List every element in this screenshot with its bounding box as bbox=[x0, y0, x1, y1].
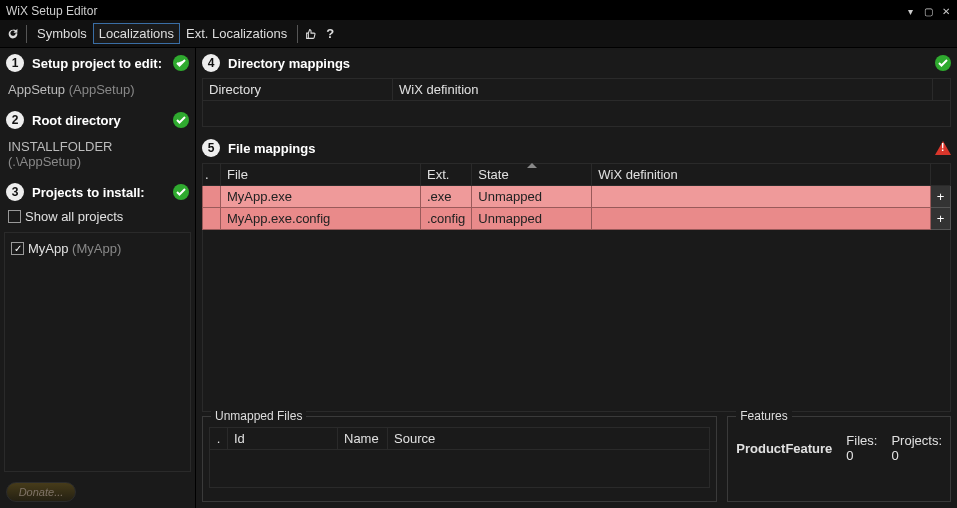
step4-title: Directory mappings bbox=[228, 56, 350, 71]
tab-localizations[interactable]: Localizations bbox=[93, 23, 180, 44]
file-col-state[interactable]: State bbox=[472, 164, 592, 186]
step1-status-ok-icon bbox=[173, 55, 189, 71]
step1-title: Setup project to edit: bbox=[32, 56, 162, 71]
show-all-checkbox[interactable] bbox=[8, 210, 21, 223]
bottom-panels: Unmapped Files . Id Name Source Features… bbox=[202, 416, 951, 502]
step5-title: File mappings bbox=[228, 141, 315, 156]
file-add-button[interactable]: + bbox=[931, 186, 951, 208]
step2-title: Root directory bbox=[32, 113, 121, 128]
feature-name: ProductFeature bbox=[736, 441, 832, 456]
project-list: MyApp (MyApp) bbox=[4, 232, 191, 472]
file-col-marker[interactable]: . bbox=[203, 164, 221, 186]
feature-projects: Projects: 0 bbox=[891, 433, 942, 463]
step1-number: 1 bbox=[6, 54, 24, 72]
step4-status-ok-icon bbox=[935, 55, 951, 71]
file-row[interactable]: MyApp.exe .exe Unmapped + bbox=[203, 186, 951, 208]
step3-number: 3 bbox=[6, 183, 24, 201]
unmapped-col-name[interactable]: Name bbox=[338, 428, 388, 450]
window-title: WiX Setup Editor bbox=[6, 4, 97, 18]
file-grid[interactable]: . File Ext. State WiX definition MyApp.e… bbox=[202, 163, 951, 230]
step2-number: 2 bbox=[6, 111, 24, 129]
file-col-ext[interactable]: Ext. bbox=[421, 164, 472, 186]
tab-symbols[interactable]: Symbols bbox=[31, 23, 93, 44]
directory-grid[interactable]: Directory WiX definition bbox=[202, 78, 951, 127]
unmapped-legend: Unmapped Files bbox=[211, 409, 306, 423]
unmapped-col-marker[interactable]: . bbox=[210, 428, 228, 450]
step3-header: 3 Projects to install: bbox=[0, 177, 195, 207]
setup-project-row[interactable]: AppSetup (AppSetup) bbox=[0, 78, 195, 105]
donate-button[interactable]: Donate... bbox=[6, 482, 76, 502]
step2-header: 2 Root directory bbox=[0, 105, 195, 135]
step4-number: 4 bbox=[202, 54, 220, 72]
step2-status-ok-icon bbox=[173, 112, 189, 128]
file-cell-file: MyApp.exe.config bbox=[221, 208, 421, 230]
file-col-action bbox=[931, 164, 951, 186]
thumbs-up-icon[interactable] bbox=[302, 25, 320, 43]
file-cell-file: MyApp.exe bbox=[221, 186, 421, 208]
window-menu-icon[interactable]: ▾ bbox=[903, 4, 917, 18]
dir-col-wix[interactable]: WiX definition bbox=[393, 79, 933, 101]
file-row-marker bbox=[203, 186, 221, 208]
root-dir-detail: (.\AppSetup) bbox=[8, 154, 81, 169]
dir-col-spacer bbox=[933, 79, 951, 101]
file-cell-wix bbox=[592, 208, 931, 230]
root-dir-row[interactable]: INSTALLFOLDER (.\AppSetup) bbox=[0, 135, 195, 177]
toolbar-separator bbox=[26, 25, 27, 43]
show-all-projects-row[interactable]: Show all projects bbox=[0, 207, 195, 228]
file-col-file[interactable]: File bbox=[221, 164, 421, 186]
directory-mappings-panel: Directory WiX definition bbox=[202, 78, 951, 127]
window-controls: ▾ ▢ ✕ bbox=[903, 4, 953, 18]
features-row[interactable]: ProductFeature Files: 0 Projects: 0 bbox=[734, 427, 944, 469]
unmapped-grid[interactable]: . Id Name Source bbox=[209, 427, 710, 488]
right-panel: 4 Directory mappings Directory WiX defin… bbox=[196, 48, 957, 508]
project-name: MyApp bbox=[28, 241, 68, 256]
title-bar: WiX Setup Editor ▾ ▢ ✕ bbox=[0, 0, 957, 20]
unmapped-files-group: Unmapped Files . Id Name Source bbox=[202, 416, 717, 502]
step4-header: 4 Directory mappings bbox=[196, 48, 957, 78]
step5-header: 5 File mappings bbox=[196, 133, 957, 163]
features-legend: Features bbox=[736, 409, 791, 423]
file-mappings-panel: . File Ext. State WiX definition MyApp.e… bbox=[202, 163, 951, 230]
tab-ext-localizations[interactable]: Ext. Localizations bbox=[180, 23, 293, 44]
project-item[interactable]: MyApp (MyApp) bbox=[11, 239, 184, 258]
step5-status-warning-icon bbox=[935, 140, 951, 156]
toolbar-separator bbox=[297, 25, 298, 43]
step3-title: Projects to install: bbox=[32, 185, 145, 200]
step1-header: 1 Setup project to edit: bbox=[0, 48, 195, 78]
project-checkbox[interactable] bbox=[11, 242, 24, 255]
file-add-button[interactable]: + bbox=[931, 208, 951, 230]
file-cell-ext: .exe bbox=[421, 186, 472, 208]
show-all-label: Show all projects bbox=[25, 209, 123, 224]
help-icon[interactable]: ? bbox=[320, 23, 340, 44]
file-row-marker bbox=[203, 208, 221, 230]
file-cell-state: Unmapped bbox=[472, 208, 592, 230]
root-dir-name: INSTALLFOLDER bbox=[8, 139, 113, 154]
file-cell-ext: .config bbox=[421, 208, 472, 230]
file-col-wix[interactable]: WiX definition bbox=[592, 164, 931, 186]
left-panel: 1 Setup project to edit: AppSetup (AppSe… bbox=[0, 48, 196, 508]
toolbar: Symbols Localizations Ext. Localizations… bbox=[0, 20, 957, 48]
step5-number: 5 bbox=[202, 139, 220, 157]
unmapped-col-source[interactable]: Source bbox=[388, 428, 710, 450]
file-grid-empty-area bbox=[202, 230, 951, 412]
unmapped-col-id[interactable]: Id bbox=[228, 428, 338, 450]
features-group: Features ProductFeature Files: 0 Project… bbox=[727, 416, 951, 502]
unmapped-empty-row bbox=[210, 450, 710, 488]
close-icon[interactable]: ✕ bbox=[939, 4, 953, 18]
dir-empty-row bbox=[203, 101, 951, 127]
setup-project-detail: (AppSetup) bbox=[69, 82, 135, 97]
project-detail: (MyApp) bbox=[72, 241, 121, 256]
sort-asc-icon bbox=[527, 163, 537, 168]
feature-files: Files: 0 bbox=[846, 433, 877, 463]
dir-col-directory[interactable]: Directory bbox=[203, 79, 393, 101]
file-cell-state: Unmapped bbox=[472, 186, 592, 208]
step3-status-ok-icon bbox=[173, 184, 189, 200]
refresh-icon[interactable] bbox=[4, 25, 22, 43]
file-row[interactable]: MyApp.exe.config .config Unmapped + bbox=[203, 208, 951, 230]
maximize-icon[interactable]: ▢ bbox=[921, 4, 935, 18]
setup-project-name: AppSetup bbox=[8, 82, 65, 97]
file-cell-wix bbox=[592, 186, 931, 208]
